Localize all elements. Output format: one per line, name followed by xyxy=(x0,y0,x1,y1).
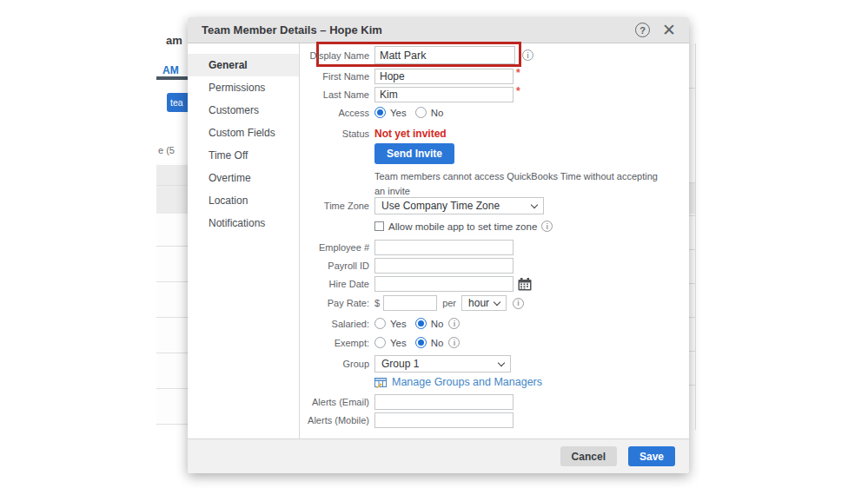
dialog-footer: Cancel Save xyxy=(188,439,689,473)
send-invite-button[interactable]: Send Invite xyxy=(374,143,454,164)
first-name-label: First Name xyxy=(300,71,369,82)
display-name-label: Display Name xyxy=(300,50,369,61)
dialog-titlebar: Team Member Details – Hope Kim ? ✕ xyxy=(188,17,689,43)
sidebar-item-location[interactable]: Location xyxy=(188,189,299,212)
background-page-heading-fragment: am xyxy=(166,34,182,47)
salaried-info-icon[interactable]: i xyxy=(448,318,460,329)
mobile-time-zone-label: Allow mobile app to set time zone xyxy=(388,221,537,232)
chevron-down-icon xyxy=(494,298,500,305)
salaried-yes-radio[interactable] xyxy=(374,318,386,329)
time-zone-select[interactable]: Use Company Time Zone xyxy=(374,197,544,214)
pay-rate-info-icon[interactable]: i xyxy=(513,298,524,309)
sidebar-item-time-off[interactable]: Time Off xyxy=(188,144,299,167)
dialog-title: Team Member Details – Hope Kim xyxy=(202,23,382,36)
alerts-email-input[interactable] xyxy=(374,394,514,410)
access-label: Access xyxy=(300,108,369,118)
exempt-no-radio[interactable] xyxy=(415,337,427,348)
salaried-yes-label: Yes xyxy=(390,319,407,329)
sidebar-item-permissions[interactable]: Permissions xyxy=(188,76,299,99)
employee-number-label: Employee # xyxy=(300,242,369,253)
background-table-right-edge xyxy=(689,43,696,430)
hire-date-label: Hire Date xyxy=(300,279,369,289)
pay-rate-unit-select[interactable]: hour xyxy=(461,295,507,311)
background-tab-fragment[interactable]: AM xyxy=(162,64,179,76)
manage-groups-icon xyxy=(374,377,388,388)
alerts-mobile-input[interactable] xyxy=(374,412,514,428)
chevron-down-icon xyxy=(498,359,505,366)
mobile-time-zone-checkbox[interactable] xyxy=(374,221,384,231)
payroll-id-label: Payroll ID xyxy=(300,260,369,271)
per-label: per xyxy=(442,298,456,308)
first-name-input[interactable] xyxy=(374,69,514,84)
last-name-input[interactable] xyxy=(374,87,514,102)
sidebar-item-notifications[interactable]: Notifications xyxy=(188,212,299,234)
hire-date-input[interactable] xyxy=(374,276,514,292)
currency-symbol: $ xyxy=(374,298,380,308)
background-count-fragment: e (5 xyxy=(158,145,175,155)
employee-number-input[interactable] xyxy=(374,240,514,255)
salaried-no-label: No xyxy=(431,319,444,329)
required-asterisk: * xyxy=(516,69,520,77)
status-label: Status xyxy=(300,129,369,139)
dialog-sidebar: General Permissions Customers Custom Fie… xyxy=(188,43,300,439)
invite-note: Team members cannot access QuickBooks Ti… xyxy=(374,169,658,199)
payroll-id-input[interactable] xyxy=(374,258,514,274)
alerts-mobile-label: Alerts (Mobile) xyxy=(300,415,369,425)
exempt-info-icon[interactable]: i xyxy=(448,337,460,348)
cancel-button[interactable]: Cancel xyxy=(560,446,617,466)
background-add-team-button-fragment[interactable]: tea xyxy=(167,93,188,112)
status-value: Not yet invited xyxy=(374,128,447,140)
mobile-time-zone-info-icon[interactable]: i xyxy=(541,221,553,232)
access-yes-radio[interactable] xyxy=(374,107,386,118)
required-asterisk: * xyxy=(516,87,520,96)
alerts-email-label: Alerts (Email) xyxy=(300,397,369,407)
last-name-label: Last Name xyxy=(300,89,369,100)
chevron-down-icon xyxy=(531,201,538,208)
display-name-info-icon[interactable]: i xyxy=(522,49,533,61)
display-name-input[interactable] xyxy=(374,46,515,64)
save-button[interactable]: Save xyxy=(628,446,675,466)
exempt-label: Exempt: xyxy=(300,338,369,348)
exempt-yes-label: Yes xyxy=(390,338,407,348)
pay-rate-input[interactable] xyxy=(383,295,437,311)
background-table-left-edge xyxy=(156,163,188,427)
help-icon[interactable]: ? xyxy=(635,23,650,37)
access-no-radio[interactable] xyxy=(415,107,427,118)
sidebar-item-customers[interactable]: Customers xyxy=(188,99,299,122)
sidebar-item-general[interactable]: General xyxy=(188,54,299,76)
background-tab-underline xyxy=(156,76,188,80)
calendar-icon[interactable] xyxy=(518,278,532,291)
pay-rate-label: Pay Rate: xyxy=(300,298,369,308)
access-yes-label: Yes xyxy=(390,108,407,118)
time-zone-label: Time Zone xyxy=(300,201,369,211)
group-label: Group xyxy=(300,359,369,369)
exempt-yes-radio[interactable] xyxy=(374,337,386,348)
access-no-label: No xyxy=(431,108,444,118)
salaried-no-radio[interactable] xyxy=(415,318,427,329)
exempt-no-label: No xyxy=(431,338,444,348)
team-member-details-dialog: Team Member Details – Hope Kim ? ✕ Gener… xyxy=(188,17,689,473)
salaried-label: Salaried: xyxy=(300,319,369,329)
manage-groups-link[interactable]: Manage Groups and Managers xyxy=(392,376,542,388)
sidebar-item-overtime[interactable]: Overtime xyxy=(188,167,299,189)
group-select[interactable]: Group 1 xyxy=(374,355,511,373)
sidebar-item-custom-fields[interactable]: Custom Fields xyxy=(188,122,299,144)
close-icon[interactable]: ✕ xyxy=(662,23,676,37)
